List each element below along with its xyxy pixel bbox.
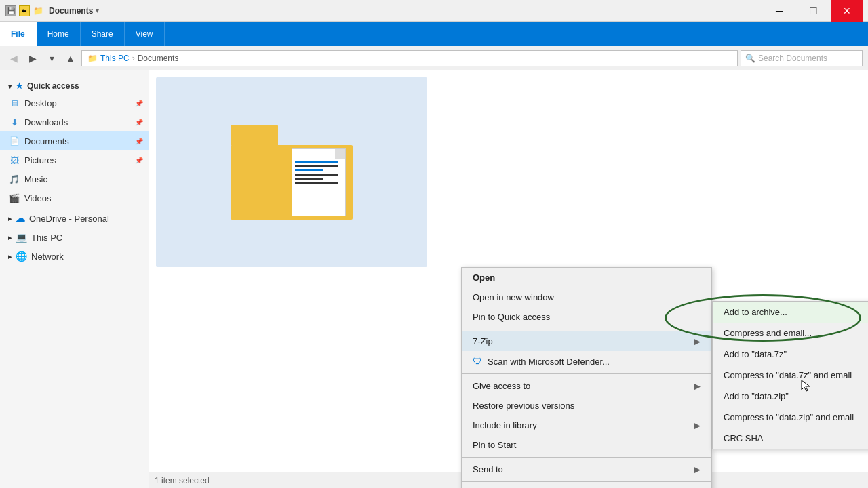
ribbon: File Home Share View — [0, 22, 868, 46]
thispc-header[interactable]: ▸ 💻 This PC — [0, 226, 149, 245]
network-header[interactable]: ▸ 🌐 Network — [0, 245, 149, 264]
address-bar: ◀ ▶ ▾ ▲ 📁 This PC › Documents 🔍 Search D… — [0, 46, 868, 70]
folder-document — [292, 148, 346, 216]
sidebar-pictures-label: Pictures — [24, 155, 56, 165]
ctx-pin-quick-access[interactable]: Pin to Quick access — [462, 307, 711, 327]
save-icon[interactable]: 💾 — [5, 5, 16, 16]
sidebar-item-music[interactable]: 🎵 Music — [0, 169, 149, 188]
ctx-give-access-arrow: ▶ — [694, 381, 701, 391]
onedrive-header[interactable]: ▸ ☁ OneDrive - Personal — [0, 207, 149, 226]
star-icon: ★ — [16, 81, 23, 91]
recent-button[interactable]: ▾ — [43, 50, 60, 66]
thispc-icon: 💻 — [16, 232, 27, 243]
folder-tab — [231, 125, 278, 145]
chevron-right-icon-net: ▸ — [8, 253, 12, 260]
ctx-7zip[interactable]: 7-Zip ▶ — [462, 331, 711, 351]
add-to-archive-label: Add to archive... — [724, 307, 787, 317]
ribbon-tab-share[interactable]: Share — [81, 22, 125, 46]
ctx-send-to-arrow: ▶ — [694, 464, 701, 474]
crc-sha-label: CRC SHA — [724, 433, 764, 443]
title-bar-icons: 💾 ⬅ 📁 — [5, 5, 43, 16]
ctx-sep-2 — [462, 373, 711, 374]
sidebar-item-videos[interactable]: 🎬 Videos — [0, 188, 149, 207]
defender-shield-icon: 🛡 — [473, 356, 482, 367]
chevron-right-icon-od: ▸ — [8, 215, 12, 222]
address-path[interactable]: 📁 This PC › Documents — [81, 50, 738, 66]
ctx-restore-previous[interactable]: Restore previous versions — [462, 396, 711, 415]
compress-7z-email-label: Compress to "data.7z" and email — [724, 370, 852, 380]
sidebar-item-downloads[interactable]: ⬇ Downloads 📌 — [0, 113, 149, 131]
ctx-send-to[interactable]: Send to ▶ — [462, 460, 711, 479]
ribbon-tab-view[interactable]: View — [125, 22, 165, 46]
doc-line-6 — [295, 182, 338, 184]
breadcrumb-folder-icon: 📁 — [87, 54, 98, 63]
sidebar-downloads-label: Downloads — [24, 117, 68, 127]
thispc-label: This PC — [31, 232, 62, 243]
ctx-include-library[interactable]: Include in library ▶ — [462, 415, 711, 435]
sm-compress-7z-email[interactable]: Compress to "data.7z" and email — [713, 365, 868, 386]
maximize-button[interactable]: ☐ — [797, 0, 829, 22]
title-bar-dropdown[interactable]: ▾ — [96, 7, 99, 14]
add-zip-label: Add to "data.zip" — [724, 391, 789, 401]
pictures-icon: 🖼 — [8, 154, 20, 166]
music-icon: 🎵 — [8, 173, 20, 185]
title-bar: 💾 ⬅ 📁 Documents ▾ ─ ☐ ✕ — [0, 0, 868, 22]
undo-icon[interactable]: ⬅ — [19, 5, 30, 16]
network-icon: 🌐 — [16, 251, 27, 262]
sidebar-documents-label: Documents — [24, 136, 69, 146]
folder-body — [231, 145, 353, 220]
search-icon: 🔍 — [745, 54, 755, 63]
sm-compress-zip-email[interactable]: Compress to "data.zip" and email — [713, 407, 868, 428]
forward-button[interactable]: ▶ — [24, 50, 41, 66]
sidebar-videos-label: Videos — [24, 193, 52, 203]
scan-defender-label: Scan with Microsoft Defender... — [488, 357, 610, 367]
ctx-open[interactable]: Open — [462, 268, 711, 287]
chevron-down-icon: ▾ — [8, 83, 12, 90]
sm-crc-sha[interactable]: CRC SHA ▶ — [713, 428, 868, 449]
breadcrumb-thispc[interactable]: This PC — [100, 54, 130, 63]
open-label: Open — [473, 272, 495, 283]
main-layout: ▾ ★ Quick access 🖥 Desktop 📌 ⬇ Downloads… — [0, 70, 868, 488]
sidebar-music-label: Music — [24, 174, 47, 184]
sidebar: ▾ ★ Quick access 🖥 Desktop 📌 ⬇ Downloads… — [0, 70, 149, 488]
context-menu: Open Open in new window Pin to Quick acc… — [461, 267, 712, 488]
network-label: Network — [31, 251, 64, 262]
chevron-right-icon-pc: ▸ — [8, 234, 12, 241]
ctx-scan-defender[interactable]: 🛡 Scan with Microsoft Defender... — [462, 351, 711, 371]
sidebar-item-documents[interactable]: 📄 Documents 📌 — [0, 131, 149, 150]
ctx-pin-start[interactable]: Pin to Start — [462, 435, 711, 455]
breadcrumb-documents: Documents — [138, 54, 179, 63]
ribbon-tab-home[interactable]: Home — [37, 22, 81, 46]
open-new-window-label: Open in new window — [473, 292, 554, 302]
ribbon-tab-file[interactable]: File — [0, 22, 37, 46]
sm-add-zip[interactable]: Add to "data.zip" — [713, 386, 868, 407]
compress-email-label: Compress and email... — [724, 328, 812, 338]
include-library-label: Include in library — [473, 420, 537, 430]
sm-add-7z[interactable]: Add to "data.7z" — [713, 344, 868, 365]
search-box[interactable]: 🔍 Search Documents — [741, 50, 863, 66]
compress-zip-email-label: Compress to "data.zip" and email — [724, 412, 854, 422]
pin-icon-downloads: 📌 — [135, 119, 143, 126]
back-button[interactable]: ◀ — [5, 50, 22, 66]
send-to-label: Send to — [473, 464, 503, 474]
ctx-sep-1 — [462, 329, 711, 329]
ctx-open-new-window[interactable]: Open in new window — [462, 287, 711, 307]
folder-icon-tb[interactable]: 📁 — [33, 5, 43, 16]
folder-preview — [156, 77, 427, 267]
ctx-give-access[interactable]: Give access to ▶ — [462, 376, 711, 396]
ctx-include-library-arrow: ▶ — [694, 420, 701, 430]
sm-compress-email[interactable]: Compress and email... — [713, 323, 868, 344]
desktop-icon: 🖥 — [8, 97, 20, 109]
close-button[interactable]: ✕ — [831, 0, 863, 22]
minimize-button[interactable]: ─ — [764, 0, 795, 22]
folder-icon-large — [231, 125, 353, 220]
pin-icon-documents: 📌 — [135, 138, 143, 145]
ctx-cut[interactable]: Cut — [462, 484, 711, 488]
pin-quick-access-label: Pin to Quick access — [473, 312, 550, 322]
up-button[interactable]: ▲ — [62, 50, 79, 66]
sidebar-item-pictures[interactable]: 🖼 Pictures 📌 — [0, 150, 149, 169]
quick-access-header[interactable]: ▾ ★ Quick access — [0, 76, 149, 94]
sm-add-to-archive[interactable]: Add to archive... — [713, 302, 868, 323]
ctx-sep-3 — [462, 457, 711, 458]
sidebar-item-desktop[interactable]: 🖥 Desktop 📌 — [0, 94, 149, 113]
